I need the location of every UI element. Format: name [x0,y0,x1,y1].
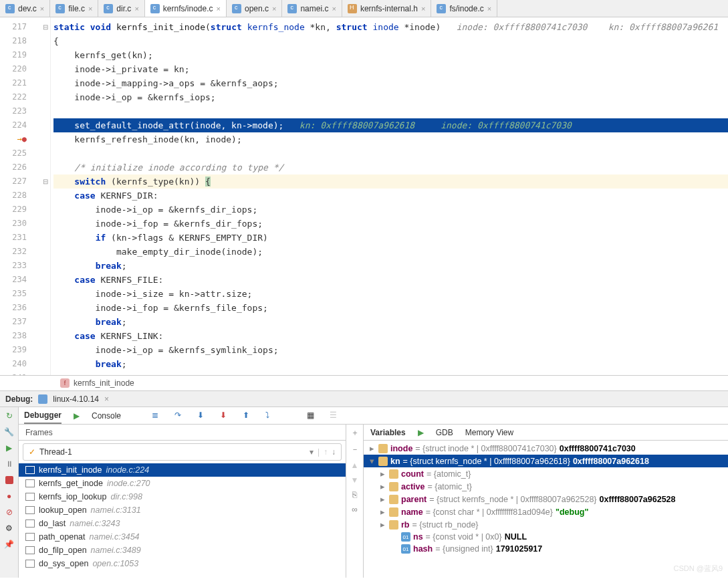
console-icon: ▶ [74,411,80,421]
next-frame-icon[interactable]: ↓ [332,447,336,457]
struct-icon [389,495,398,504]
frame-row[interactable]: path_openat namei.c:3454 [19,530,346,544]
frame-row[interactable]: lookup_open namei.c:3131 [19,503,346,517]
close-icon[interactable]: × [88,5,92,13]
code-area[interactable]: static void kernfs_init_inode(struct ker… [51,17,728,375]
step-into-my-icon[interactable]: ⬇ [197,411,208,421]
editor-tabs: dev.c×file.c×dir.c×kernfs/inode.c×open.c… [0,0,728,17]
close-icon[interactable]: × [487,5,491,13]
thread-selector[interactable]: ✓ Thread-1 ▾ | ↑ ↓ [23,443,342,461]
tab-open-c[interactable]: open.c× [227,0,282,17]
glasses-icon[interactable]: ∞ [352,505,358,514]
close-icon[interactable]: × [421,5,425,13]
frame-icon [25,479,35,487]
tab-debugger[interactable]: Debugger [24,408,62,424]
frame-row[interactable]: kernfs_get_inode inode.c:270 [19,477,346,490]
file-icon [150,4,160,13]
frame-icon [25,506,35,514]
add-watch-icon[interactable]: ＋ [351,427,359,439]
expand-icon[interactable]: ▾ [368,456,376,466]
variable-row[interactable]: ▸inode = {struct inode * | 0xffff8800741… [364,442,728,455]
variable-row[interactable]: 01ns = {const void * | 0x0} NULL [364,531,728,543]
expand-icon[interactable]: ▸ [378,481,386,491]
expand-icon[interactable]: ▸ [368,443,376,453]
close-icon[interactable]: × [104,394,109,404]
breadcrumb[interactable]: f kernfs_init_inode [0,375,728,391]
step-into-icon[interactable]: ↷ [174,411,185,421]
frame-icon [25,560,35,568]
tab-kernfs-internal-h[interactable]: kernfs-internal.h× [342,0,431,17]
frames-pane: Frames ✓ Thread-1 ▾ | ↑ ↓ kernfs_init_in… [19,425,346,578]
variable-row[interactable]: ▸active = {atomic_t} [364,480,728,493]
var-type: = {unsigned int} [435,544,493,554]
step-out-icon[interactable]: ⬆ [243,411,253,421]
debug-tabs: Debugger ▶ Console ≣ ↷ ⬇ ⬇ ⬆ ⤵ ▦ ☰ [19,407,728,425]
layout-icon[interactable]: ☰ [330,411,340,421]
frame-row[interactable]: kernfs_init_inode inode.c:224 [19,463,346,477]
expand-icon[interactable]: ▸ [378,469,386,479]
var-name: parent [401,495,427,504]
expand-icon[interactable]: ▸ [378,507,386,517]
variable-row[interactable]: ▾kn = {struct kernfs_node * | 0xffff8800… [364,455,728,467]
tab-label: namei.c [300,4,328,13]
file-icon [287,4,297,13]
frame-row[interactable]: do_last namei.c:3243 [19,517,346,530]
settings-button[interactable]: 🔧 [3,426,15,438]
breakpoints-button[interactable]: ● [3,490,15,502]
expand-icon[interactable]: ▸ [378,519,386,530]
struct-icon [389,482,398,491]
frame-row[interactable]: do_sys_open open.c:1053 [19,557,346,570]
stop-button[interactable] [3,474,15,486]
rerun-button[interactable]: ↻ [3,410,15,422]
tab-label: fs/inode.c [449,4,483,13]
step-over-icon[interactable]: ≣ [152,411,162,421]
variable-row[interactable]: 01hash = {unsigned int} 1791025917 [364,543,728,555]
tab-fs-inode-c[interactable]: fs/inode.c× [431,0,497,17]
expand-icon[interactable]: ▸ [378,494,386,504]
variable-row[interactable]: ▸rb = {struct rb_node} [364,518,728,531]
struct-icon [389,507,398,517]
tab-namei-c[interactable]: namei.c× [282,0,342,17]
close-icon[interactable]: × [272,5,276,13]
up-icon[interactable]: ▲ [351,461,359,470]
var-value: 0xffff8800741c7030 [560,444,636,453]
close-icon[interactable]: × [332,5,336,13]
remove-watch-icon[interactable]: － [351,444,359,455]
close-icon[interactable]: × [40,5,44,13]
tab-variables[interactable]: Variables [370,428,406,437]
mute-bp-button[interactable]: ⊘ [3,506,15,518]
tab-dev-c[interactable]: dev.c× [0,0,50,17]
tab-kernfs-inode-c[interactable]: kernfs/inode.c× [145,0,227,17]
resume-button[interactable]: ▶ [3,442,15,454]
close-icon[interactable]: × [134,5,138,13]
close-icon[interactable]: × [217,5,221,13]
frame-row[interactable]: kernfs_iop_lookup dir.c:998 [19,490,346,503]
gear-icon[interactable]: ⚙ [3,522,15,534]
frame-loc: namei.c:3489 [91,546,141,555]
prev-frame-icon[interactable]: ↑ [324,447,328,457]
force-step-icon[interactable]: ⬇ [220,411,231,421]
var-name: ns [413,532,423,542]
down-icon[interactable]: ▼ [351,475,359,485]
copy-icon[interactable]: ⎘ [352,490,357,499]
pin-icon[interactable]: 📌 [3,538,15,550]
var-value: 0xffff88007a962528 [600,495,676,504]
variable-row[interactable]: ▸count = {atomic_t} [364,467,728,480]
variable-row[interactable]: ▸parent = {struct kernfs_node * | 0xffff… [364,493,728,505]
debug-project[interactable]: linux-4.10.14 [53,394,99,404]
tab-file-c[interactable]: file.c× [50,0,98,17]
tab-console[interactable]: Console [92,409,121,423]
frame-row[interactable]: do_filp_open namei.c:3489 [19,544,346,557]
tab-dir-c[interactable]: dir.c× [98,0,144,17]
variables-list: ▸inode = {struct inode * | 0xffff8800741… [364,441,728,578]
tab-label: open.c [245,4,269,13]
variable-row[interactable]: ▸name = {const char * | 0xffffffff81ad09… [364,505,728,518]
run-to-cursor-icon[interactable]: ⤵ [265,411,276,421]
tab-gdb[interactable]: GDB [436,428,453,437]
debug-toolbar: ↻ 🔧 ▶ ⏸ ● ⊘ ⚙ 📌 [0,407,19,578]
evaluate-icon[interactable]: ▦ [307,411,318,421]
var-value: 0xffff88007a962618 [573,457,649,466]
pause-button[interactable]: ⏸ [3,458,15,470]
tab-memory[interactable]: Memory View [465,428,513,437]
frame-loc: namei.c:3131 [91,505,141,515]
